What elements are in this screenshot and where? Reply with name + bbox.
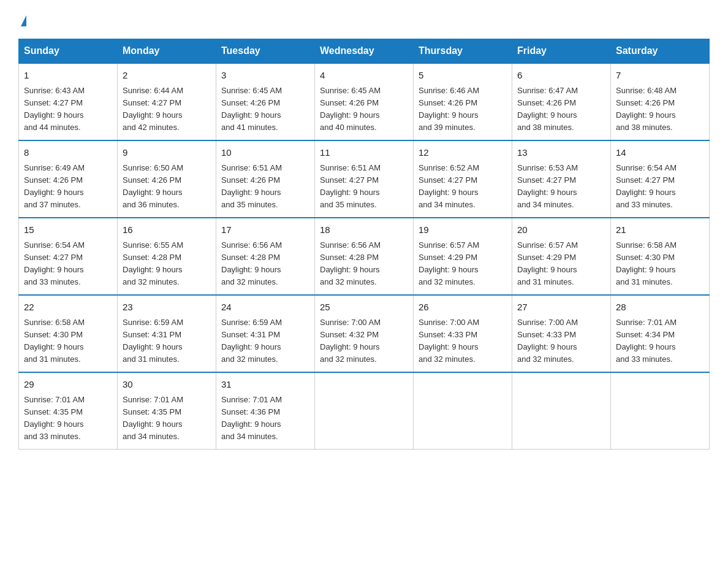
calendar-cell: 31Sunrise: 7:01 AMSunset: 4:36 PMDayligh… — [216, 372, 315, 450]
calendar-week-row: 22Sunrise: 6:58 AMSunset: 4:30 PMDayligh… — [19, 295, 710, 372]
calendar-cell: 27Sunrise: 7:00 AMSunset: 4:33 PMDayligh… — [512, 295, 611, 372]
calendar-week-row: 1Sunrise: 6:43 AMSunset: 4:27 PMDaylight… — [19, 63, 710, 140]
day-info: Sunrise: 6:48 AMSunset: 4:26 PMDaylight:… — [616, 85, 704, 134]
day-info: Sunrise: 6:45 AMSunset: 4:26 PMDaylight:… — [221, 85, 309, 134]
day-info: Sunrise: 6:50 AMSunset: 4:26 PMDaylight:… — [123, 162, 211, 212]
calendar-cell: 19Sunrise: 6:57 AMSunset: 4:29 PMDayligh… — [414, 218, 512, 295]
day-info: Sunrise: 6:59 AMSunset: 4:31 PMDaylight:… — [221, 316, 309, 366]
calendar-cell: 3Sunrise: 6:45 AMSunset: 4:26 PMDaylight… — [216, 63, 315, 140]
day-info: Sunrise: 6:58 AMSunset: 4:30 PMDaylight:… — [24, 316, 112, 366]
calendar-cell: 15Sunrise: 6:54 AMSunset: 4:27 PMDayligh… — [19, 218, 118, 295]
calendar-cell: 6Sunrise: 6:47 AMSunset: 4:26 PMDaylight… — [512, 63, 611, 140]
calendar-cell: 10Sunrise: 6:51 AMSunset: 4:26 PMDayligh… — [216, 140, 315, 218]
day-info: Sunrise: 6:46 AMSunset: 4:26 PMDaylight:… — [419, 85, 507, 134]
calendar-cell: 7Sunrise: 6:48 AMSunset: 4:26 PMDaylight… — [611, 63, 710, 140]
day-info: Sunrise: 7:01 AMSunset: 4:34 PMDaylight:… — [616, 316, 704, 366]
day-info: Sunrise: 7:00 AMSunset: 4:33 PMDaylight:… — [517, 316, 605, 366]
day-number: 7 — [616, 69, 704, 83]
calendar-header-row: SundayMondayTuesdayWednesdayThursdayFrid… — [19, 39, 710, 64]
calendar-cell: 26Sunrise: 7:00 AMSunset: 4:33 PMDayligh… — [414, 295, 512, 372]
day-number: 26 — [419, 301, 507, 315]
day-info: Sunrise: 6:57 AMSunset: 4:29 PMDaylight:… — [517, 239, 605, 289]
day-number: 1 — [24, 69, 112, 83]
day-number: 28 — [616, 301, 704, 315]
day-info: Sunrise: 6:51 AMSunset: 4:27 PMDaylight:… — [320, 162, 408, 212]
day-info: Sunrise: 6:55 AMSunset: 4:28 PMDaylight:… — [123, 239, 211, 289]
calendar-week-row: 15Sunrise: 6:54 AMSunset: 4:27 PMDayligh… — [19, 218, 710, 295]
calendar-cell — [611, 372, 710, 450]
day-info: Sunrise: 6:47 AMSunset: 4:26 PMDaylight:… — [517, 85, 605, 134]
day-info: Sunrise: 7:01 AMSunset: 4:36 PMDaylight:… — [221, 394, 309, 443]
calendar-cell: 5Sunrise: 6:46 AMSunset: 4:26 PMDaylight… — [414, 63, 512, 140]
day-info: Sunrise: 7:00 AMSunset: 4:32 PMDaylight:… — [320, 316, 408, 366]
calendar-week-row: 29Sunrise: 7:01 AMSunset: 4:35 PMDayligh… — [19, 372, 710, 450]
day-info: Sunrise: 6:45 AMSunset: 4:26 PMDaylight:… — [320, 85, 408, 134]
day-number: 2 — [123, 69, 211, 83]
page-header — [18, 12, 710, 28]
day-number: 30 — [123, 378, 211, 392]
day-number: 15 — [24, 223, 112, 237]
day-number: 11 — [320, 146, 408, 160]
calendar-cell: 4Sunrise: 6:45 AMSunset: 4:26 PMDaylight… — [315, 63, 414, 140]
calendar-cell: 16Sunrise: 6:55 AMSunset: 4:28 PMDayligh… — [118, 218, 216, 295]
day-info: Sunrise: 6:54 AMSunset: 4:27 PMDaylight:… — [24, 239, 112, 289]
day-info: Sunrise: 6:57 AMSunset: 4:29 PMDaylight:… — [419, 239, 507, 289]
calendar-cell: 12Sunrise: 6:52 AMSunset: 4:27 PMDayligh… — [414, 140, 512, 218]
col-header-tuesday: Tuesday — [216, 39, 315, 64]
day-number: 29 — [24, 378, 112, 392]
calendar-cell: 18Sunrise: 6:56 AMSunset: 4:28 PMDayligh… — [315, 218, 414, 295]
day-number: 8 — [24, 146, 112, 160]
day-number: 9 — [123, 146, 211, 160]
calendar-cell: 2Sunrise: 6:44 AMSunset: 4:27 PMDaylight… — [118, 63, 216, 140]
day-info: Sunrise: 6:56 AMSunset: 4:28 PMDaylight:… — [221, 239, 309, 289]
calendar-cell: 11Sunrise: 6:51 AMSunset: 4:27 PMDayligh… — [315, 140, 414, 218]
day-number: 27 — [517, 301, 605, 315]
day-number: 10 — [221, 146, 309, 160]
day-number: 25 — [320, 301, 408, 315]
day-info: Sunrise: 6:52 AMSunset: 4:27 PMDaylight:… — [419, 162, 507, 212]
day-number: 4 — [320, 69, 408, 83]
calendar-cell: 28Sunrise: 7:01 AMSunset: 4:34 PMDayligh… — [611, 295, 710, 372]
day-info: Sunrise: 6:43 AMSunset: 4:27 PMDaylight:… — [24, 85, 112, 134]
day-number: 31 — [221, 378, 309, 392]
day-number: 3 — [221, 69, 309, 83]
day-info: Sunrise: 6:49 AMSunset: 4:26 PMDaylight:… — [24, 162, 112, 212]
calendar-cell — [315, 372, 414, 450]
day-number: 18 — [320, 223, 408, 237]
calendar-cell: 29Sunrise: 7:01 AMSunset: 4:35 PMDayligh… — [19, 372, 118, 450]
day-info: Sunrise: 6:51 AMSunset: 4:26 PMDaylight:… — [221, 162, 309, 212]
day-info: Sunrise: 7:01 AMSunset: 4:35 PMDaylight:… — [24, 394, 112, 443]
day-number: 17 — [221, 223, 309, 237]
col-header-wednesday: Wednesday — [315, 39, 414, 64]
day-info: Sunrise: 6:44 AMSunset: 4:27 PMDaylight:… — [123, 85, 211, 134]
day-number: 20 — [517, 223, 605, 237]
calendar-cell: 8Sunrise: 6:49 AMSunset: 4:26 PMDaylight… — [19, 140, 118, 218]
calendar-table: SundayMondayTuesdayWednesdayThursdayFrid… — [18, 39, 710, 450]
calendar-cell: 21Sunrise: 6:58 AMSunset: 4:30 PMDayligh… — [611, 218, 710, 295]
col-header-monday: Monday — [118, 39, 216, 64]
day-number: 22 — [24, 301, 112, 315]
day-info: Sunrise: 6:59 AMSunset: 4:31 PMDaylight:… — [123, 316, 211, 366]
day-number: 12 — [419, 146, 507, 160]
day-number: 14 — [616, 146, 704, 160]
day-number: 19 — [419, 223, 507, 237]
day-number: 23 — [123, 301, 211, 315]
calendar-cell: 14Sunrise: 6:54 AMSunset: 4:27 PMDayligh… — [611, 140, 710, 218]
day-number: 16 — [123, 223, 211, 237]
day-number: 21 — [616, 223, 704, 237]
calendar-cell: 24Sunrise: 6:59 AMSunset: 4:31 PMDayligh… — [216, 295, 315, 372]
calendar-cell: 17Sunrise: 6:56 AMSunset: 4:28 PMDayligh… — [216, 218, 315, 295]
day-info: Sunrise: 7:01 AMSunset: 4:35 PMDaylight:… — [123, 394, 211, 443]
calendar-cell: 22Sunrise: 6:58 AMSunset: 4:30 PMDayligh… — [19, 295, 118, 372]
col-header-friday: Friday — [512, 39, 611, 64]
day-info: Sunrise: 7:00 AMSunset: 4:33 PMDaylight:… — [419, 316, 507, 366]
day-number: 24 — [221, 301, 309, 315]
calendar-cell: 13Sunrise: 6:53 AMSunset: 4:27 PMDayligh… — [512, 140, 611, 218]
calendar-cell: 30Sunrise: 7:01 AMSunset: 4:35 PMDayligh… — [118, 372, 216, 450]
day-info: Sunrise: 6:54 AMSunset: 4:27 PMDaylight:… — [616, 162, 704, 212]
col-header-saturday: Saturday — [611, 39, 710, 64]
logo — [18, 12, 26, 28]
calendar-cell: 9Sunrise: 6:50 AMSunset: 4:26 PMDaylight… — [118, 140, 216, 218]
day-info: Sunrise: 6:58 AMSunset: 4:30 PMDaylight:… — [616, 239, 704, 289]
calendar-week-row: 8Sunrise: 6:49 AMSunset: 4:26 PMDaylight… — [19, 140, 710, 218]
